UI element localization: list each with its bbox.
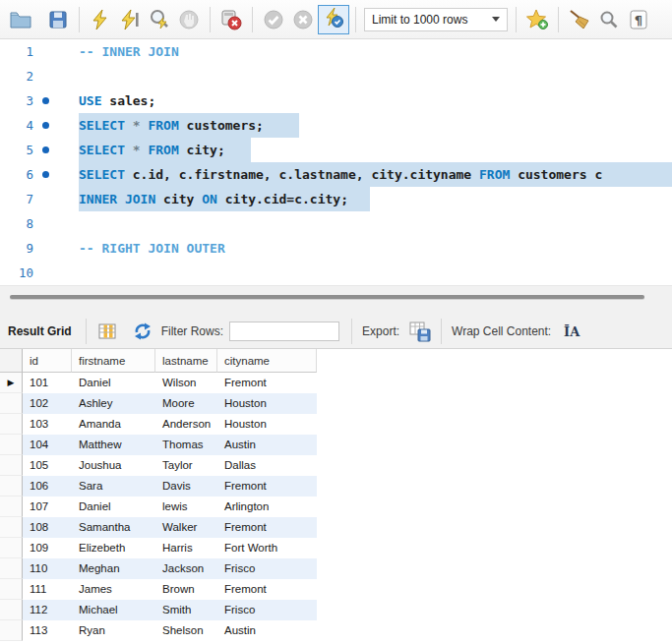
save-button[interactable] [43,5,73,34]
cell-firstname[interactable]: Samantha [72,517,155,538]
cell-firstname[interactable]: Amanda [72,414,155,435]
commit-button[interactable] [259,5,288,34]
cell-id[interactable]: 113 [23,620,72,641]
row-gutter[interactable] [0,517,23,538]
editor-line[interactable]: 5SELECT * FROM city; [0,138,672,162]
table-row[interactable]: 109ElizebethHarrisFort Worth [0,538,672,558]
cell-id[interactable]: 103 [23,414,72,435]
wrap-cell-content-button[interactable]: ĪA [557,317,586,346]
column-header-lastname[interactable]: lastname [155,349,217,373]
table-row[interactable]: 112MichaelSmithFrisco [0,600,672,620]
cell-cityname[interactable]: Houston [217,393,317,414]
open-folder-button[interactable] [6,5,35,34]
editor-line[interactable]: 6SELECT c.id, c.firstname, c.lastname, c… [0,162,672,187]
cell-firstname[interactable]: James [72,579,155,600]
cell-cityname[interactable]: Dallas [217,455,317,476]
cell-lastname[interactable]: Brown [155,579,217,600]
row-gutter[interactable] [0,579,23,600]
row-gutter[interactable] [0,455,23,476]
cell-firstname[interactable]: Joushua [72,455,155,476]
table-row[interactable]: 110MeghanJacksonFrisco [0,558,672,579]
editor-line[interactable]: 10 [0,261,672,285]
editor-line[interactable]: 4SELECT * FROM customers; [0,113,672,138]
cell-id[interactable]: 112 [23,600,72,620]
cell-cityname[interactable]: Austin [217,620,317,641]
cell-cityname[interactable]: Frisco [217,558,317,579]
column-header-firstname[interactable]: firstname [72,349,155,373]
cell-id[interactable]: 110 [23,558,72,579]
cell-firstname[interactable]: Elizebeth [72,538,155,558]
cell-firstname[interactable]: Matthew [72,435,155,455]
cell-cityname[interactable]: Arlington [217,497,317,517]
cell-lastname[interactable]: Jackson [155,558,217,579]
cell-cityname[interactable]: Fort Worth [217,538,317,558]
table-row[interactable]: ▶101DanielWilsonFremont [0,373,672,393]
cell-lastname[interactable]: Walker [155,517,217,538]
cell-firstname[interactable]: Michael [72,600,155,620]
row-gutter[interactable] [0,620,23,641]
row-gutter[interactable] [0,435,23,455]
cell-cityname[interactable]: Fremont [217,373,317,393]
cell-lastname[interactable]: lewis [155,497,217,517]
editor-line[interactable]: 3USE sales; [0,88,672,113]
cell-id[interactable]: 101 [23,373,72,393]
cell-id[interactable]: 109 [23,538,72,558]
stop-on-error-button[interactable] [216,5,246,34]
editor-line[interactable]: 2 [0,64,672,88]
cell-cityname[interactable]: Austin [217,435,317,455]
editor-horizontal-scrollbar[interactable] [0,285,672,315]
cell-lastname[interactable]: Shelson [155,620,217,641]
sql-editor[interactable]: 1-- INNER JOIN23USE sales;4SELECT * FROM… [0,39,672,285]
cell-cityname[interactable]: Houston [217,414,317,435]
grid-view-button[interactable] [92,317,122,346]
row-gutter[interactable] [0,476,23,497]
row-gutter[interactable]: ▶ [0,373,23,393]
table-row[interactable]: 104MatthewThomasAustin [0,435,672,455]
table-row[interactable]: 105JoushuaTaylorDallas [0,455,672,476]
row-gutter[interactable] [0,393,23,414]
cell-lastname[interactable]: Anderson [155,414,217,435]
limit-rows-dropdown[interactable]: Limit to 1000 rows [364,8,508,31]
table-row[interactable]: 107DaniellewisArlington [0,497,672,517]
cell-lastname[interactable]: Taylor [155,455,217,476]
stop-query-button[interactable] [174,5,204,34]
beautify-button[interactable] [565,5,594,34]
cell-id[interactable]: 108 [23,517,72,538]
cell-lastname[interactable]: Wilson [155,373,217,393]
show-invisibles-button[interactable]: ¶ [624,5,653,34]
column-header-cityname[interactable]: cityname [217,349,317,373]
cell-id[interactable]: 111 [23,579,72,600]
cell-cityname[interactable]: Frisco [217,600,317,620]
row-gutter[interactable] [0,600,23,620]
rollback-button[interactable] [288,5,318,34]
execute-button[interactable] [86,5,115,34]
execute-current-statement-button[interactable] [115,5,145,34]
row-gutter[interactable] [0,538,23,558]
explain-plan-button[interactable] [145,5,174,34]
cell-firstname[interactable]: Sara [72,476,155,497]
result-grid[interactable]: idfirstnamelastnamecityname▶101DanielWil… [0,348,672,644]
cell-id[interactable]: 105 [23,455,72,476]
column-header-id[interactable]: id [23,349,72,373]
editor-line[interactable]: 8 [0,211,672,236]
row-gutter[interactable] [0,558,23,579]
editor-line[interactable]: 1-- INNER JOIN [0,39,672,64]
cell-lastname[interactable]: Moore [155,393,217,414]
table-row[interactable]: 103AmandaAndersonHouston [0,414,672,435]
cell-firstname[interactable]: Daniel [72,373,155,393]
cell-lastname[interactable]: Thomas [155,435,217,455]
cell-firstname[interactable]: Meghan [72,558,155,579]
table-row[interactable]: 102AshleyMooreHouston [0,393,672,414]
table-row[interactable]: 106SaraDavisFremont [0,476,672,497]
cell-cityname[interactable]: Fremont [217,476,317,497]
cell-lastname[interactable]: Davis [155,476,217,497]
cell-id[interactable]: 106 [23,476,72,497]
cell-firstname[interactable]: Daniel [72,497,155,517]
cell-firstname[interactable]: Ryan [72,620,155,641]
table-row[interactable]: 111JamesBrownFremont [0,579,672,600]
cell-lastname[interactable]: Smith [155,600,217,620]
find-button[interactable] [594,5,624,34]
add-snippet-button[interactable] [522,5,552,34]
row-gutter[interactable] [0,497,23,517]
cell-id[interactable]: 102 [23,393,72,414]
